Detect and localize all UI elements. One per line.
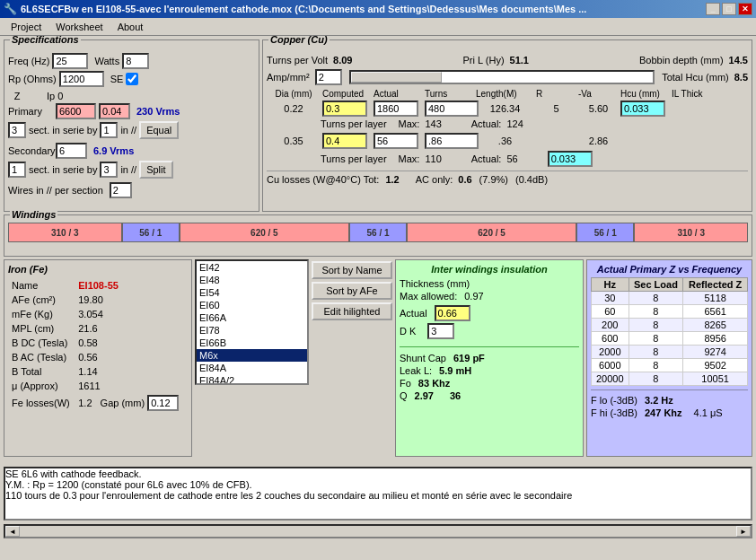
iron-title: Iron (Fe) [8,264,188,275]
iron-mpl-value: 21.6 [76,322,186,335]
dk-label: D K [400,326,416,337]
wires-input[interactable]: 2 [110,182,132,198]
watts-input[interactable]: 8 [122,53,149,69]
row1-hcu2-input[interactable]: 0.033 [620,101,665,117]
rp-label: Rp (Ohms) [8,74,57,84]
inter-windings-group: Inter windings insulation Thickness (mm)… [395,259,584,457]
row2-hcu: 2.86 [578,136,619,146]
core-item-ei60[interactable]: EI60 [197,299,307,311]
sect-serie-input[interactable]: 3 [8,122,26,138]
seg-310-3-right: 310 / 3 [634,223,748,242]
hcu3-input[interactable]: 0.033 [548,151,593,167]
iron-afe-label: AFe (cm²) [10,293,75,306]
thickness-label: Thickness (mm) [400,278,470,289]
in-parallel2-input[interactable]: 3 [100,162,118,178]
sect-serie-label: sect. in serie by [29,125,97,136]
maximize-button[interactable]: □ [722,3,736,15]
core-item-ei48[interactable]: EI48 [197,274,307,286]
sort-by-afe-button[interactable]: Sort by AFe [312,282,392,300]
gap-input[interactable]: 0.12 [147,395,179,411]
iron-btotal-label: B Total [10,365,75,378]
sort-by-name-button[interactable]: Sort by Name [312,261,392,279]
hcu-header: Hcu (mm) [620,89,670,99]
core-item-m6x[interactable]: M6x [197,349,307,362]
se-checkbox[interactable] [126,73,138,85]
inter-windings-title: Inter windings insulation [400,264,579,275]
leak-l-label: Leak L: [400,365,432,376]
scroll-left-btn[interactable]: ◄ [5,526,20,537]
core-listbox[interactable]: EI42 EI48 EI54 EI60 EI66A EI78 EI66B M6x… [195,259,309,385]
fo-value: 83 Khz [418,378,450,389]
core-item-ei84a[interactable]: EI84A [197,362,307,374]
in-parallel-input[interactable]: 1 [100,122,118,138]
iron-afe-value: 19.80 [76,293,186,306]
core-item-ei66a[interactable]: EI66A [197,311,307,324]
max-label: Max: [399,118,420,129]
horizontal-scrollbar[interactable]: ◄ ► [4,524,752,538]
row1-turns-input[interactable]: 1860 [374,101,418,117]
iron-bac-label: B AC (Tesla) [10,351,75,363]
core-selection-area: EI42 EI48 EI54 EI60 EI66A EI78 EI66B M6x… [195,259,392,457]
pri-l-value: 51.1 [510,55,529,66]
primary-z-input[interactable]: 6600 [56,103,96,119]
actual2-value: 56 [506,153,517,164]
z-table: Hz Sec Load Reflected Z 3085118608656120… [591,277,748,386]
core-item-ei42[interactable]: EI42 [197,261,307,274]
core-item-ei78[interactable]: EI78 [197,324,307,337]
core-item-ei54[interactable]: EI54 [197,286,307,299]
row2-turns-input[interactable]: 56 [374,133,418,149]
max2-label: Max: [399,153,420,164]
z-table-row: 20000810051 [592,372,748,385]
row1-actual-input[interactable]: 0.3 [322,101,367,117]
title-bar: 🔧 6L6SECFBw en EI108-55-avec l'enrouleme… [0,0,756,18]
iron-mfe-label: mFe (Kg) [10,308,75,320]
actual-input[interactable]: 0.66 [435,305,470,321]
dk-input[interactable]: 3 [427,323,454,339]
cu-losses-label: Cu losses (W@40°C) Tot: [267,174,379,185]
equal-button[interactable]: Equal [139,121,179,139]
q-value2: 36 [450,390,461,401]
iron-bac-value: 0.56 [76,351,186,363]
seg-56-1-left: 56 / 1 [122,223,180,242]
scroll-right-btn[interactable]: ► [736,526,751,537]
amp-mm2-label: Amp/mm² [267,72,310,83]
gap-label: Gap (mm) [101,398,145,408]
max1-value: 143 [425,118,441,129]
fhi-value: 247 Khz [645,407,682,418]
iron-mu-label: μ (Approx) [10,380,75,392]
rp-input[interactable]: 1200 [59,71,104,87]
primary-ip-input[interactable]: 0.04 [99,103,130,119]
core-item-ei84a2[interactable]: EI84A/2 [197,374,307,385]
sect-serie2-input[interactable]: 1 [8,162,26,178]
freq-input[interactable]: 25 [52,53,88,69]
close-button[interactable]: ✕ [738,3,752,15]
actual3-label: Actual: [471,153,502,164]
secondary-z-input[interactable]: 6 [56,143,87,159]
notes-textarea[interactable] [4,467,752,521]
split-button[interactable]: Split [139,161,172,179]
edit-hilighted-button[interactable]: Edit hilighted [312,302,392,320]
primary-vrms: 230 Vrms [136,106,180,117]
amp-mm2-input[interactable]: 2 [315,69,342,85]
max2-value: 110 [425,153,441,164]
flo-label: F lo (-3dB) [591,395,637,406]
turns-header: Turns [425,89,474,99]
menu-about[interactable]: About [110,20,151,34]
menu-project[interactable]: Project [4,20,48,34]
bobbin-depth-label: Bobbin depth (mm) [639,55,724,66]
row2-actual-input[interactable]: 0.4 [322,133,367,149]
menu-worksheet[interactable]: Worksheet [48,20,110,34]
scrollbar[interactable] [349,70,655,84]
flo-value: 3.2 Hz [645,395,673,406]
core-item-ei66b[interactable]: EI66B [197,337,307,349]
actual-z-title: Actual Primary Z vs Frequency [591,264,748,275]
se-label: SE [110,74,124,84]
row2-length-input[interactable]: .86 [425,133,479,149]
specs-title: Specifications [10,36,81,45]
minimize-button[interactable]: _ [706,3,720,15]
row2-r: .36 [476,136,534,146]
row1-length-input[interactable]: 480 [425,101,479,117]
z-table-row: 6086561 [592,304,748,318]
windings-group: Windings 310 / 3 56 / 1 620 / 5 56 / 1 6… [4,214,752,256]
reflected-header: Reflected Z [683,277,748,291]
